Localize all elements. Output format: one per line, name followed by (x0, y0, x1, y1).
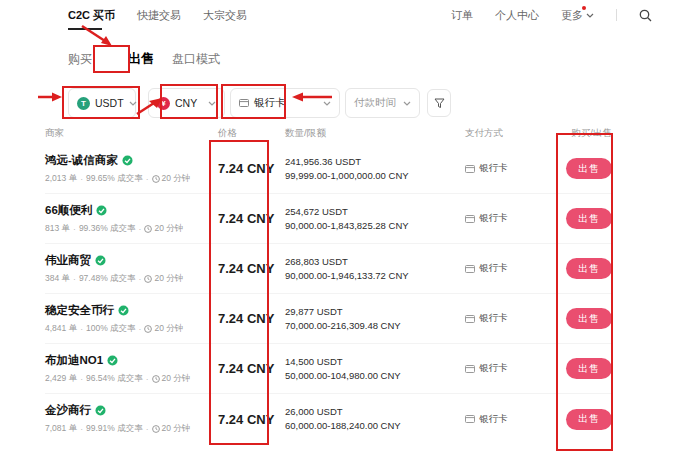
filter-bar: T USDT ¥ CNY 银行卡 付款时间 (68, 88, 451, 118)
verified-icon (96, 205, 107, 216)
cny-icon: ¥ (157, 97, 170, 110)
funnel-icon (434, 98, 445, 109)
price: 7.24 CNY (210, 412, 285, 427)
payment-method-select[interactable]: 银行卡 (230, 88, 340, 118)
merchant-stats: 2,013 单99.65% 成交率 20 分钟 (45, 173, 210, 185)
bank-card-icon (465, 165, 475, 173)
price: 7.24 CNY (210, 361, 285, 376)
merchant-stats: 4,841 单100% 成交率 20 分钟 (45, 323, 210, 335)
amount: 14,500 USDT (285, 355, 465, 369)
price: 7.24 CNY (210, 311, 285, 326)
payment-method: 银行卡 (479, 162, 508, 175)
header-merchant: 商家 (45, 127, 210, 140)
fiat-select[interactable]: ¥ CNY (148, 88, 225, 118)
clock-icon (144, 325, 152, 333)
nav-right: 订单 个人中心 更多 (451, 8, 652, 23)
chevron-down-icon (586, 13, 594, 18)
nav-item-more[interactable]: 更多 (561, 8, 594, 23)
sell-button[interactable]: 出售 (566, 308, 612, 329)
merchant-name[interactable]: 伟业商贸 (45, 253, 91, 268)
verified-icon (95, 405, 106, 416)
chevron-down-icon (129, 101, 137, 106)
merchant-name[interactable]: 66顺便利 (45, 203, 92, 218)
limit: 60,000.00-188,240.00 CNY (285, 419, 465, 433)
payment-method: 银行卡 (479, 362, 508, 375)
clock-icon (144, 225, 152, 233)
bank-card-icon (465, 415, 475, 423)
payment-select-value: 银行卡 (254, 96, 286, 110)
verified-icon (118, 305, 129, 316)
merchant-stats: 813 单99.36% 成交率 20 分钟 (45, 223, 210, 235)
merchant-name[interactable]: 布加迪NO1 (45, 353, 103, 368)
nav-left: C2C 买币 快捷交易 大宗交易 (68, 8, 247, 23)
header-action: 购买/出售 (555, 127, 612, 140)
payment-method: 银行卡 (479, 212, 508, 225)
chevron-down-icon (323, 101, 331, 106)
bank-card-icon (465, 215, 475, 223)
sell-button[interactable]: 出售 (566, 258, 612, 279)
nav-item-express-trade[interactable]: 快捷交易 (137, 8, 181, 23)
crypto-select[interactable]: T USDT (68, 88, 136, 118)
header-amount-limit: 数量/限额 (285, 127, 465, 140)
amount: 268,803 USDT (285, 255, 465, 269)
search-icon[interactable] (639, 9, 652, 22)
pay-time-value: 付款时间 (354, 96, 396, 110)
more-label: 更多 (561, 8, 583, 23)
c2c-trading-page: C2C 买币 快捷交易 大宗交易 订单 个人中心 更多 购买 出售 盘口模式 T… (0, 0, 680, 453)
price: 7.24 CNY (210, 261, 285, 276)
nav-item-profile[interactable]: 个人中心 (495, 8, 539, 23)
pay-time-select[interactable]: 付款时间 (345, 88, 420, 118)
limit: 70,000.00-216,309.48 CNY (285, 319, 465, 333)
amount: 29,877 USDT (285, 305, 465, 319)
table-row: 鸿远-诚信商家 2,013 单99.65% 成交率 20 分钟 7.24 CNY… (45, 144, 612, 194)
sell-button[interactable]: 出售 (566, 158, 612, 179)
usdt-icon: T (77, 97, 90, 110)
clock-icon (152, 425, 160, 433)
clock-icon (152, 375, 160, 383)
merchant-name[interactable]: 金沙商行 (45, 403, 91, 418)
payment-method: 银行卡 (479, 413, 508, 426)
nav-item-block-trade[interactable]: 大宗交易 (203, 8, 247, 23)
price: 7.24 CNY (210, 161, 285, 176)
sell-button[interactable]: 出售 (566, 358, 612, 379)
clock-icon (144, 275, 152, 283)
nav-item-orders[interactable]: 订单 (451, 8, 473, 23)
bank-card-icon (239, 99, 249, 107)
nav-divider (616, 9, 617, 21)
bank-card-icon (465, 315, 475, 323)
bank-card-icon (465, 365, 475, 373)
tab-orderbook-mode[interactable]: 盘口模式 (172, 51, 220, 68)
limit: 90,000.00-1,946,133.72 CNY (285, 269, 465, 283)
payment-method: 银行卡 (479, 262, 508, 275)
amount: 241,956.36 USDT (285, 155, 465, 169)
tab-sell[interactable]: 出售 (128, 50, 154, 68)
offers-table: 商家 价格 数量/限额 支付方式 购买/出售 鸿远-诚信商家 2,013 单99… (45, 122, 612, 444)
table-row: 金沙商行 7,081 单99.91% 成交率 20 分钟 7.24 CNY 26… (45, 394, 612, 444)
clock-icon (152, 175, 160, 183)
limit: 99,999.00-1,000,000.00 CNY (285, 169, 465, 183)
verified-icon (95, 255, 106, 266)
nav-item-c2c[interactable]: C2C 买币 (68, 8, 115, 23)
sell-button[interactable]: 出售 (566, 409, 612, 430)
filter-button[interactable] (427, 89, 451, 117)
limit: 90,000.00-1,843,825.28 CNY (285, 219, 465, 233)
merchant-stats: 384 单97.48% 成交率 20 分钟 (45, 273, 210, 285)
crypto-select-value: USDT (95, 97, 124, 109)
sell-button[interactable]: 出售 (566, 208, 612, 229)
table-row: 布加迪NO1 2,429 单96.54% 成交率 20 分钟 7.24 CNY … (45, 344, 612, 394)
table-row: 稳定安全币行 4,841 单100% 成交率 20 分钟 7.24 CNY 29… (45, 294, 612, 344)
table-row: 伟业商贸 384 单97.48% 成交率 20 分钟 7.24 CNY 268,… (45, 244, 612, 294)
table-header: 商家 价格 数量/限额 支付方式 购买/出售 (45, 122, 612, 144)
chevron-down-icon (208, 101, 216, 106)
table-row: 66顺便利 813 单99.36% 成交率 20 分钟 7.24 CNY 254… (45, 194, 612, 244)
merchant-name[interactable]: 稳定安全币行 (45, 303, 114, 318)
payment-method: 银行卡 (479, 312, 508, 325)
merchant-name[interactable]: 鸿远-诚信商家 (45, 153, 118, 168)
header-price: 价格 (210, 127, 285, 140)
fiat-select-value: CNY (175, 97, 197, 109)
merchant-stats: 2,429 单96.54% 成交率 20 分钟 (45, 373, 210, 385)
amount: 254,672 USDT (285, 205, 465, 219)
top-navigation: C2C 买币 快捷交易 大宗交易 订单 个人中心 更多 (0, 0, 680, 30)
bank-card-icon (465, 265, 475, 273)
tab-buy[interactable]: 购买 (68, 51, 92, 68)
